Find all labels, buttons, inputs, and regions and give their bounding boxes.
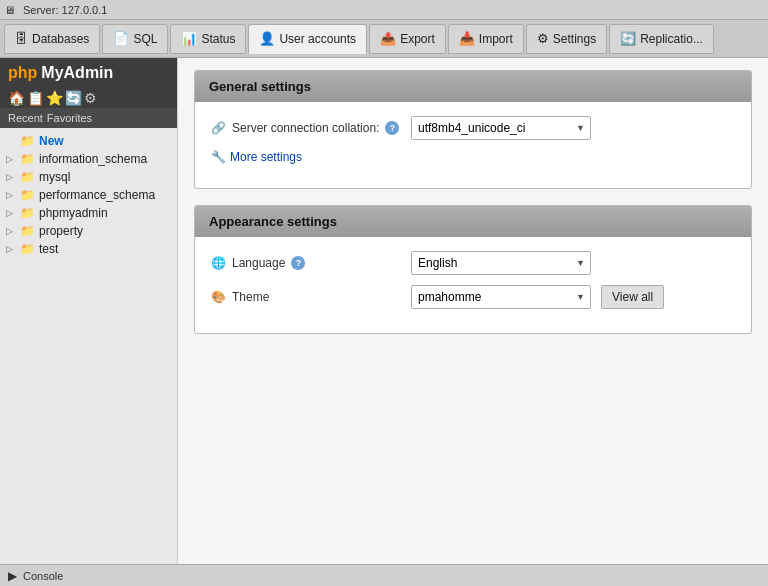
nav-tab-icon-user-accounts: 👤 (259, 31, 275, 46)
nav-tab-label-import: Import (479, 32, 513, 46)
nav-tab-icon-export: 📤 (380, 31, 396, 46)
view-all-button[interactable]: View all (601, 285, 664, 309)
db-icon-mysql: 📁 (20, 170, 35, 184)
favorites-button[interactable]: Favorites (47, 112, 92, 124)
console-icon: ▶ (8, 569, 17, 583)
language-icon: 🌐 (211, 256, 226, 270)
recent-favs-bar: Recent Favorites (0, 108, 177, 128)
db-expand-property: ▷ (6, 226, 16, 236)
db-expand-test: ▷ (6, 244, 16, 254)
logo-myadmin: MyAdmin (41, 64, 113, 82)
content-area: General settings 🔗 Server connection col… (178, 58, 768, 564)
language-select[interactable]: English French German Spanish (411, 251, 591, 275)
collation-row: 🔗 Server connection collation: ? utf8mb4… (211, 116, 735, 140)
console-bar: ▶ Console (0, 564, 768, 586)
more-settings-icon: 🔧 (211, 150, 226, 164)
appearance-settings-body: 🌐 Language ? English French German Spani… (195, 237, 751, 333)
nav-tab-export[interactable]: 📤Export (369, 24, 446, 54)
nav-tab-label-databases: Databases (32, 32, 89, 46)
general-settings-title: General settings (209, 79, 311, 94)
nav-tab-icon-import: 📥 (459, 31, 475, 46)
appearance-settings-title: Appearance settings (209, 214, 337, 229)
collation-label-text: Server connection collation: (232, 121, 379, 135)
db-icon-test: 📁 (20, 242, 35, 256)
db-icon-performance_schema: 📁 (20, 188, 35, 202)
more-settings-label: More settings (230, 150, 302, 164)
db-item-property[interactable]: ▷ 📁 property (0, 222, 177, 240)
nav-tab-icon-replication: 🔄 (620, 31, 636, 46)
theme-label-text: Theme (232, 290, 269, 304)
db-icon-new: 📁 (20, 134, 35, 148)
logo-icons-bar: 🏠 📋 ⭐ 🔄 ⚙ (0, 88, 177, 108)
nav-tab-icon-sql: 📄 (113, 31, 129, 46)
theme-control: pmahomme original metro (411, 285, 591, 309)
logo-php: php (8, 64, 37, 82)
nav-tab-icon-databases: 🗄 (15, 31, 28, 46)
db-item-test[interactable]: ▷ 📁 test (0, 240, 177, 258)
db-expand-phpmyadmin: ▷ (6, 208, 16, 218)
logo-icon-settings[interactable]: ⚙ (84, 90, 97, 106)
nav-tabs: 🗄Databases📄SQL📊Status👤User accounts📤Expo… (0, 20, 768, 58)
collation-help-icon[interactable]: ? (385, 121, 399, 135)
nav-tab-label-settings: Settings (553, 32, 596, 46)
db-name-mysql: mysql (39, 170, 70, 184)
language-row: 🌐 Language ? English French German Spani… (211, 251, 735, 275)
nav-tab-user-accounts[interactable]: 👤User accounts (248, 24, 367, 54)
collation-control: utf8mb4_unicode_ci (411, 116, 591, 140)
db-name-phpmyadmin: phpmyadmin (39, 206, 108, 220)
db-name-property: property (39, 224, 83, 238)
db-item-performance_schema[interactable]: ▷ 📁 performance_schema (0, 186, 177, 204)
db-item-new[interactable]: 📁 New (0, 132, 177, 150)
recent-button[interactable]: Recent (8, 112, 43, 124)
db-item-information_schema[interactable]: ▷ 📁 information_schema (0, 150, 177, 168)
nav-tab-databases[interactable]: 🗄Databases (4, 24, 100, 54)
nav-tab-icon-settings: ⚙ (537, 31, 549, 46)
theme-select[interactable]: pmahomme original metro (411, 285, 591, 309)
logo-icon-star[interactable]: ⭐ (46, 90, 63, 106)
language-label-text: Language (232, 256, 285, 270)
more-settings-link[interactable]: 🔧 More settings (211, 150, 302, 164)
theme-row: 🎨 Theme pmahomme original metro View all (211, 285, 735, 309)
nav-tab-sql[interactable]: 📄SQL (102, 24, 168, 54)
general-settings-section: General settings 🔗 Server connection col… (194, 70, 752, 189)
appearance-settings-header: Appearance settings (195, 206, 751, 237)
db-icon-information_schema: 📁 (20, 152, 35, 166)
collation-icon: 🔗 (211, 121, 226, 135)
more-settings-row: 🔧 More settings (211, 150, 735, 164)
nav-tab-label-status: Status (201, 32, 235, 46)
collation-label: 🔗 Server connection collation: ? (211, 121, 401, 135)
db-name-test: test (39, 242, 58, 256)
nav-tab-status[interactable]: 📊Status (170, 24, 246, 54)
server-label: Server: 127.0.0.1 (23, 4, 107, 16)
nav-tab-import[interactable]: 📥Import (448, 24, 524, 54)
sidebar: php MyAdmin 🏠 📋 ⭐ 🔄 ⚙ Recent Favorites 📁… (0, 58, 178, 564)
main-layout: php MyAdmin 🏠 📋 ⭐ 🔄 ⚙ Recent Favorites 📁… (0, 58, 768, 564)
nav-tab-label-sql: SQL (133, 32, 157, 46)
db-name-information_schema: information_schema (39, 152, 147, 166)
nav-tab-icon-status: 📊 (181, 31, 197, 46)
theme-label: 🎨 Theme (211, 290, 401, 304)
db-expand-performance_schema: ▷ (6, 190, 16, 200)
nav-tab-settings[interactable]: ⚙Settings (526, 24, 607, 54)
db-expand-mysql: ▷ (6, 172, 16, 182)
db-item-phpmyadmin[interactable]: ▷ 📁 phpmyadmin (0, 204, 177, 222)
db-expand-information_schema: ▷ (6, 154, 16, 164)
appearance-settings-section: Appearance settings 🌐 Language ? English… (194, 205, 752, 334)
console-label: Console (23, 570, 63, 582)
general-settings-body: 🔗 Server connection collation: ? utf8mb4… (195, 102, 751, 188)
general-settings-header: General settings (195, 71, 751, 102)
language-label: 🌐 Language ? (211, 256, 401, 270)
logo-icon-refresh[interactable]: 🔄 (65, 90, 82, 106)
db-list: 📁 New ▷ 📁 information_schema ▷ 📁 mysql ▷… (0, 128, 177, 262)
db-item-mysql[interactable]: ▷ 📁 mysql (0, 168, 177, 186)
db-icon-phpmyadmin: 📁 (20, 206, 35, 220)
nav-tab-label-replication: Replicatio... (640, 32, 703, 46)
language-control: English French German Spanish (411, 251, 591, 275)
logo-icon-table[interactable]: 📋 (27, 90, 44, 106)
language-help-icon[interactable]: ? (291, 256, 305, 270)
collation-select[interactable]: utf8mb4_unicode_ci (411, 116, 591, 140)
logo-area: php MyAdmin (0, 58, 177, 88)
logo-icon-home[interactable]: 🏠 (8, 90, 25, 106)
topbar: 🖥 Server: 127.0.0.1 (0, 0, 768, 20)
nav-tab-replication[interactable]: 🔄Replicatio... (609, 24, 714, 54)
